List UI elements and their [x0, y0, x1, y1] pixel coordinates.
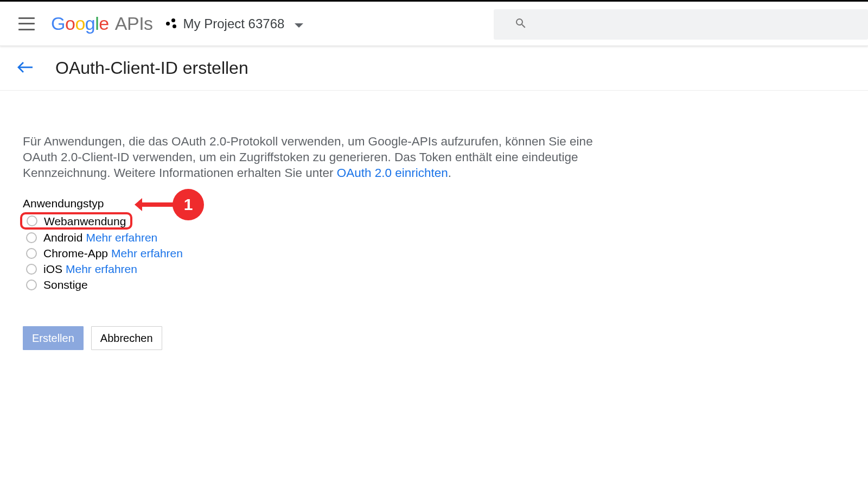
radio-icon: [27, 215, 37, 226]
learn-more-link[interactable]: Mehr erfahren: [86, 230, 157, 245]
radio-icon: [26, 248, 37, 259]
radio-icon: [26, 264, 37, 275]
project-icon: [166, 18, 177, 29]
radio-option-chrome[interactable]: Chrome-App Mehr erfahren: [23, 245, 608, 261]
form-actions: Erstellen Abbrechen: [23, 326, 608, 350]
back-arrow-icon[interactable]: [17, 61, 34, 75]
application-type-radio-group: Webanwendung Android Mehr erfahren Chrom…: [23, 212, 608, 293]
google-apis-logo[interactable]: Google APIs: [51, 13, 153, 34]
project-selector[interactable]: My Project 63768: [166, 16, 304, 31]
radio-option-android[interactable]: Android Mehr erfahren: [23, 230, 608, 245]
oauth-setup-link[interactable]: OAuth 2.0 einrichten: [337, 166, 448, 180]
radio-option-ios[interactable]: iOS Mehr erfahren: [23, 261, 608, 277]
radio-icon: [26, 232, 37, 243]
annotation-badge: 1: [173, 189, 204, 220]
annotation-arrow: [141, 202, 176, 207]
radio-icon: [26, 280, 37, 290]
top-bar: Google APIs My Project 63768: [0, 0, 868, 46]
annotation-highlight: Webanwendung: [20, 212, 132, 230]
search-icon: [514, 17, 527, 32]
cancel-button[interactable]: Abbrechen: [91, 326, 162, 350]
page-header: OAuth-Client-ID erstellen: [0, 46, 868, 91]
learn-more-link[interactable]: Mehr erfahren: [66, 261, 137, 277]
hamburger-menu-icon[interactable]: [18, 17, 35, 30]
create-button[interactable]: Erstellen: [23, 326, 84, 350]
chevron-down-icon: [294, 16, 304, 31]
radio-option-web[interactable]: Webanwendung: [23, 212, 608, 230]
main-content: Für Anwendungen, die das OAuth 2.0-Proto…: [0, 91, 608, 350]
radio-option-other[interactable]: Sonstige: [23, 277, 608, 293]
project-name: My Project 63768: [183, 16, 285, 31]
intro-text: Für Anwendungen, die das OAuth 2.0-Proto…: [23, 134, 608, 181]
application-type-label: Anwendungstyp: [23, 197, 608, 210]
learn-more-link[interactable]: Mehr erfahren: [111, 245, 183, 261]
search-bar[interactable]: [494, 9, 868, 40]
page-title: OAuth-Client-ID erstellen: [55, 58, 248, 78]
